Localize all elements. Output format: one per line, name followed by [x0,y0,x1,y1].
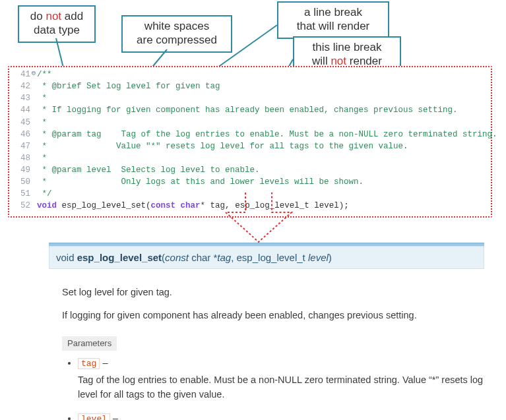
callout-linebreak-renders: a line break that will render [277,1,389,39]
code-line: 50 * Only logs at this and lower levels … [12,176,486,188]
down-arrow-icon [222,193,295,247]
sig-const-kw: const [165,252,189,263]
parameters-list: tag – Tag of the log entries to enable. … [78,356,484,420]
code-line: 45 * [12,117,486,129]
param-item: level – Selects log level to enable. Onl… [78,411,484,420]
sig-char-type: char * [191,252,217,263]
line-number: 41 [12,69,30,80]
line-number: 46 [12,129,30,140]
sig-level-type: esp_log_level_t [237,252,308,263]
brief-text: Set log level for given tag. [62,285,484,299]
param-item: tag – Tag of the log entries to enable. … [78,356,484,402]
diagram-root: do not add data type white spaces are co… [0,0,506,420]
fold-icon [30,104,37,116]
param-name-level: level [78,413,110,420]
code-text: * Only logs at this and lower levels wil… [37,176,486,188]
emphasis-not: not [46,10,61,22]
sig-return-type: void [56,252,77,263]
sig-arg-tag: tag [217,252,231,263]
fold-icon [30,176,37,188]
code-text: * [37,92,486,104]
fold-icon: ⊖ [30,69,37,80]
code-line: 47 * Value "*" resets log level for all … [12,140,486,152]
sig-comma: , [231,252,236,263]
code-text: * [37,117,486,129]
fold-icon [30,188,37,200]
code-text: * If logging for given component has alr… [37,104,486,116]
sig-close-paren: ) [329,252,332,263]
function-signature: void esp_log_level_set(const char *tag, … [49,246,484,269]
callout-text: white spaces [144,20,209,32]
sig-function-name: esp_log_level_set [77,252,162,263]
fold-icon [30,164,37,176]
line-number: 51 [12,188,30,200]
line-number: 45 [12,117,30,129]
fold-icon [30,200,37,212]
code-line: 44 * If logging for given component has … [12,104,486,116]
detail-text: If logging for given component has alrea… [62,309,484,322]
callout-text: this line break [313,41,382,53]
param-name-tag: tag [78,358,100,369]
callout-text: that will render [297,20,370,32]
line-number: 42 [12,80,30,92]
code-line: 49 * @param level Selects log level to e… [12,164,486,176]
fold-icon [30,140,37,152]
code-text: * @brief Set log level for given tag [37,80,486,92]
param-dash: – [100,357,108,368]
fold-icon [30,80,37,92]
fold-icon [30,117,37,129]
callout-text: data type [34,24,80,36]
code-text: * @param level Selects log level to enab… [37,164,486,176]
callout-whitespace: white spaces are compressed [121,15,232,53]
callout-text: a line break [304,6,362,18]
line-number: 48 [12,152,30,164]
fold-icon [30,129,37,140]
code-text: /** [37,69,486,80]
fold-icon [30,152,37,164]
code-text: * Value "*" resets log level for all tag… [37,140,486,152]
code-text: * @param tag Tag of the log entries to e… [37,129,497,140]
code-line: 43 * [12,92,486,104]
line-number: 47 [12,140,30,152]
line-number: 52 [12,200,30,212]
fold-icon [30,92,37,104]
code-line: 46 * @param tag Tag of the log entries t… [12,129,486,140]
sig-arg-level: level [308,252,329,263]
callout-text: are compressed [137,34,217,46]
line-number: 43 [12,92,30,104]
rendered-doc: void esp_log_level_set(const char *tag, … [49,243,484,420]
code-line: 48 * [12,152,486,164]
parameters-label: Parameters [62,336,117,351]
param-dash: – [110,413,118,420]
line-number: 44 [12,104,30,116]
line-number: 49 [12,164,30,176]
callout-text: add [65,10,83,22]
code-line: 42 * @brief Set log level for given tag [12,80,486,92]
line-number: 50 [12,176,30,188]
param-desc: Tag of the log entries to enable. Must b… [78,373,484,402]
callout-text: do [30,10,43,22]
doc-body: Set log level for given tag. If logging … [49,269,484,420]
callout-no-datatype: do not add data type [18,5,96,43]
code-line: 41⊖/** [12,69,486,80]
code-text: * [37,152,486,164]
